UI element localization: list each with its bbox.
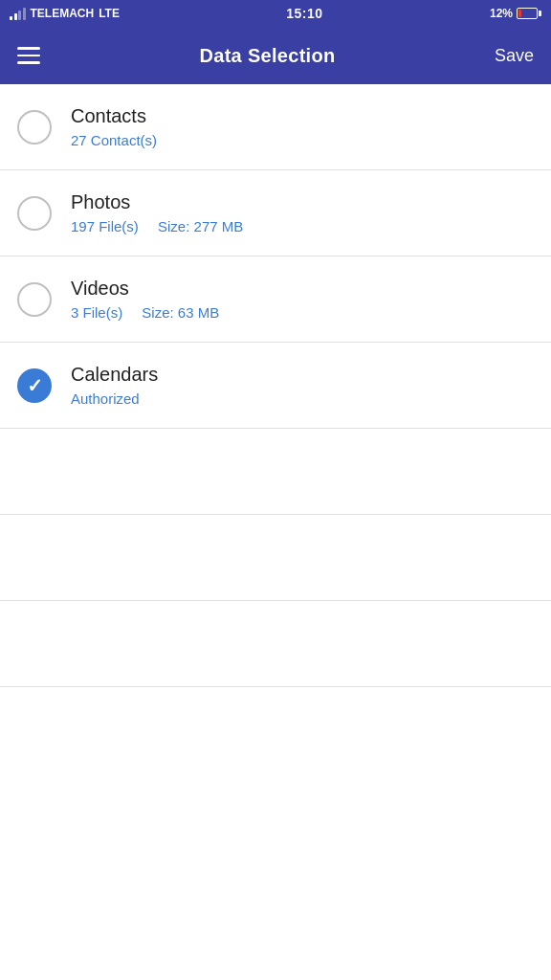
item-content-contacts: Contacts 27 Contact(s) (71, 105, 172, 148)
checkmark-icon: ✓ (27, 376, 43, 395)
signal-icon (10, 7, 26, 20)
item-subtitle-calendars: Authorized (71, 390, 158, 407)
item-title-calendars: Calendars (71, 364, 158, 386)
status-time: 15:10 (286, 6, 322, 21)
battery-percent: 12% (490, 7, 513, 20)
item-content-calendars: Calendars Authorized (71, 364, 158, 407)
page-title: Data Selection (199, 45, 335, 67)
list-item-photos[interactable]: Photos 197 File(s) Size: 277 MB (0, 170, 551, 256)
status-bar-left: TELEMACH LTE (10, 7, 120, 20)
menu-button[interactable] (17, 47, 40, 64)
battery-icon (517, 8, 541, 19)
list-item-contacts[interactable]: Contacts 27 Contact(s) (0, 84, 551, 170)
item-subtitle-videos: 3 File(s) Size: 63 MB (71, 304, 234, 321)
carrier-label: TELEMACH (31, 7, 95, 20)
list-item-videos[interactable]: Videos 3 File(s) Size: 63 MB (0, 256, 551, 343)
item-subtitle-contacts: 27 Contact(s) (71, 132, 172, 148)
list-item-calendars[interactable]: ✓ Calendars Authorized (0, 343, 551, 429)
item-title-photos: Photos (71, 191, 258, 213)
save-button[interactable]: Save (495, 46, 534, 66)
data-selection-list: Contacts 27 Contact(s) Photos 197 File(s… (0, 84, 551, 687)
hamburger-line-2 (17, 55, 40, 57)
status-bar: TELEMACH LTE 15:10 12% (0, 0, 551, 27)
empty-row-3 (0, 601, 551, 687)
radio-calendars[interactable]: ✓ (17, 368, 52, 403)
status-bar-right: 12% (490, 7, 541, 20)
empty-row-2 (0, 515, 551, 601)
network-label: LTE (99, 7, 120, 20)
radio-photos[interactable] (17, 196, 52, 231)
item-title-videos: Videos (71, 278, 234, 300)
item-title-contacts: Contacts (71, 105, 172, 127)
radio-videos[interactable] (17, 282, 52, 317)
hamburger-line-1 (17, 47, 40, 50)
item-content-photos: Photos 197 File(s) Size: 277 MB (71, 191, 258, 234)
item-subtitle-photos: 197 File(s) Size: 277 MB (71, 218, 258, 234)
navbar: Data Selection Save (0, 27, 551, 84)
radio-contacts[interactable] (17, 110, 52, 145)
empty-row-1 (0, 429, 551, 515)
item-content-videos: Videos 3 File(s) Size: 63 MB (71, 278, 234, 321)
hamburger-line-3 (17, 61, 40, 64)
